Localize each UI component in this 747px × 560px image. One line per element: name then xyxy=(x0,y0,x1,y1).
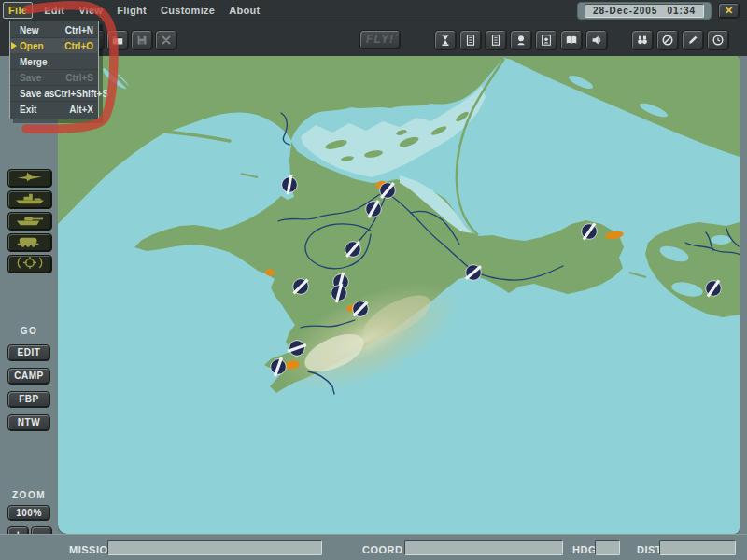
menu-item-label: New xyxy=(20,25,39,35)
sound-button[interactable] xyxy=(585,30,608,50)
airfield-icon[interactable] xyxy=(582,223,598,239)
aircraft-units-button[interactable] xyxy=(7,169,52,188)
airfield-icon[interactable] xyxy=(366,201,382,217)
menu-customize[interactable]: Customize xyxy=(158,3,218,18)
fly-button[interactable]: FLY! xyxy=(359,30,401,49)
crimea-map xyxy=(58,56,740,534)
camp-button[interactable]: CAMP xyxy=(7,368,50,385)
dist-label: DIST xyxy=(637,544,662,555)
hdg-field[interactable] xyxy=(595,540,620,555)
notes-button[interactable] xyxy=(459,30,482,50)
menu-view[interactable]: View xyxy=(76,3,106,18)
cross-icon xyxy=(160,34,173,47)
date-time-display: 28-Dec-2005 01:34 xyxy=(585,4,704,18)
ship-icon xyxy=(11,191,49,209)
menu-item-new[interactable]: NewCtrl+N xyxy=(10,22,98,38)
speaker-icon xyxy=(590,34,603,47)
no-entry-icon xyxy=(661,34,674,47)
crosshair-icon xyxy=(11,256,49,273)
binoculars-button[interactable] xyxy=(631,30,654,50)
folder-icon xyxy=(111,34,124,47)
menu-item-label: Merge xyxy=(20,57,47,67)
book-icon xyxy=(565,34,578,47)
dist-field[interactable] xyxy=(659,540,736,555)
left-sidebar: GO EDITCAMPFBPNTW ZOOM 100% + − < > xyxy=(0,56,58,534)
save-file-button[interactable] xyxy=(131,30,153,50)
target-units-button[interactable] xyxy=(7,255,52,273)
person-doc-icon xyxy=(540,34,553,47)
briefing-button[interactable] xyxy=(485,30,507,50)
encyclopedia-button[interactable] xyxy=(560,30,583,50)
floppy-icon xyxy=(135,34,148,47)
airfield-icon[interactable] xyxy=(380,183,396,199)
menu-item-save-as[interactable]: Save asCtrl+Shift+S xyxy=(10,86,98,102)
clock-button[interactable] xyxy=(707,30,729,50)
coord-field[interactable] xyxy=(404,540,563,555)
toolbar: FLY! xyxy=(0,21,747,56)
binoculars-icon xyxy=(636,34,649,47)
list-icon xyxy=(489,34,502,47)
airfield-icon[interactable] xyxy=(293,279,309,295)
pen-button[interactable] xyxy=(682,30,704,50)
menu-edit[interactable]: Edit xyxy=(41,3,67,18)
zoom-section-label: ZOOM xyxy=(0,490,58,500)
head-icon xyxy=(514,34,528,47)
menu-selection-arrow-icon xyxy=(11,42,17,49)
tank-icon xyxy=(11,213,49,231)
menu-item-shortcut: Ctrl+O xyxy=(64,41,93,51)
clock-icon xyxy=(712,34,725,47)
delete-button[interactable] xyxy=(155,30,177,50)
edit-button[interactable]: EDIT xyxy=(7,344,50,361)
ship-units-button[interactable] xyxy=(7,190,52,209)
status-bar: MISSION COORD HDG DIST xyxy=(0,534,747,560)
airfield-icon[interactable] xyxy=(706,280,722,296)
close-window-button[interactable]: ✕ xyxy=(718,3,740,19)
menu-item-open[interactable]: OpenCtrl+O xyxy=(10,38,98,54)
menu-about[interactable]: About xyxy=(226,3,262,18)
airplane-icon xyxy=(11,170,49,188)
menu-item-save[interactable]: SaveCtrl+S xyxy=(10,70,98,86)
restrict-button[interactable] xyxy=(656,30,679,50)
menu-item-shortcut: Ctrl+N xyxy=(65,25,93,35)
map-canvas[interactable] xyxy=(58,56,740,534)
pen-icon xyxy=(686,34,699,47)
clock-panel: 28-Dec-2005 01:34 xyxy=(577,2,712,20)
right-edge-strip xyxy=(740,56,747,534)
airfield-icon[interactable] xyxy=(466,265,482,281)
hourglass-icon xyxy=(439,34,452,47)
mission-field[interactable] xyxy=(107,540,322,555)
date-value: 28-Dec-2005 xyxy=(593,6,657,16)
open-file-button[interactable] xyxy=(106,30,129,50)
menu-item-exit[interactable]: ExitAlt+X xyxy=(10,102,98,118)
menu-item-merge[interactable]: Merge xyxy=(10,54,98,70)
menu-file[interactable]: File xyxy=(3,2,33,19)
menu-item-label: Save as xyxy=(20,89,54,99)
menu-item-label: Save xyxy=(20,73,41,83)
ntw-button[interactable]: NTW xyxy=(7,414,50,431)
menu-item-shortcut: Ctrl+S xyxy=(65,73,93,83)
menu-item-label: Exit xyxy=(20,105,36,115)
city-marker xyxy=(265,270,275,276)
file-dropdown-menu: NewCtrl+NOpenCtrl+OMergeSaveCtrl+SSave a… xyxy=(9,21,99,119)
wagon-icon xyxy=(11,234,49,252)
menu-item-shortcut: Alt+X xyxy=(69,105,93,115)
records-button[interactable] xyxy=(535,30,557,50)
top-bar: FileEditViewFlightCustomizeAbout 28-Dec-… xyxy=(0,0,747,56)
airfield-icon[interactable] xyxy=(353,301,369,317)
hdg-label: HDG xyxy=(572,544,597,555)
coord-label: COORD xyxy=(362,544,402,555)
fbp-button[interactable]: FBP xyxy=(7,391,50,408)
time-value: 01:34 xyxy=(667,6,696,16)
menu-item-label: Open xyxy=(20,41,44,51)
time-button[interactable] xyxy=(434,30,457,50)
vehicle-units-button[interactable] xyxy=(7,212,52,231)
list-icon xyxy=(464,34,477,47)
airfield-icon[interactable] xyxy=(345,242,361,258)
zoom-level-button[interactable]: 100% xyxy=(7,505,50,521)
menu-item-shortcut: Ctrl+Shift+S xyxy=(54,89,108,99)
train-units-button[interactable] xyxy=(7,233,52,252)
go-section-label: GO xyxy=(0,326,58,336)
pilot-button[interactable] xyxy=(510,30,532,50)
menu-flight[interactable]: Flight xyxy=(114,3,149,18)
